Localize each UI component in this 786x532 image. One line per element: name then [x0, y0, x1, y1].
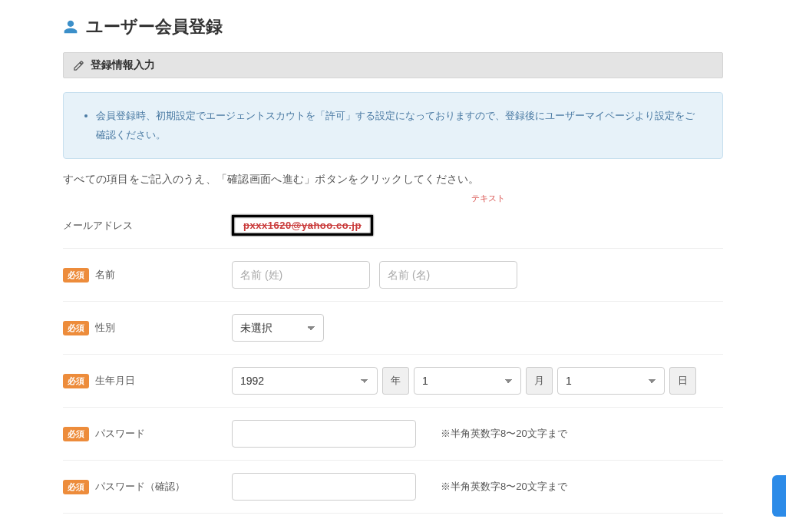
- instruction-text: すべての項目をご記入のうえ、「確認画面へ進む」ボタンをクリックしてください。: [63, 173, 723, 187]
- required-badge: 必須: [63, 268, 89, 283]
- year-unit: 年: [382, 367, 409, 395]
- label-email: メールアドレス: [63, 219, 133, 233]
- row-password-confirm: 必須 パスワード（確認） ※半角英数字8〜20文字まで: [63, 461, 723, 514]
- label-password: パスワード: [95, 427, 145, 441]
- feedback-tab[interactable]: [772, 475, 786, 517]
- row-email: メールアドレス pxxx1620@yahoo.co.jp: [63, 203, 723, 249]
- email-redacted-value: pxxx1620@yahoo.co.jp: [232, 215, 373, 236]
- label-gender: 性別: [95, 321, 115, 335]
- panel-header: 登録情報入力: [63, 52, 723, 78]
- required-badge: 必須: [63, 374, 89, 388]
- page-title: ユーザー会員登録: [86, 15, 223, 38]
- row-gender: 必須 性別 未選択: [63, 302, 723, 355]
- required-badge: 必須: [63, 427, 89, 441]
- row-birthday: 必須 生年月日 1992 年 1 月 1 日: [63, 355, 723, 408]
- info-alert: 会員登録時、初期設定でエージェントスカウトを「許可」する設定になっておりますので…: [63, 92, 723, 159]
- required-badge: 必須: [63, 480, 89, 494]
- row-password: 必須 パスワード ※半角英数字8〜20文字まで: [63, 408, 723, 461]
- row-name: 必須 名前: [63, 249, 723, 302]
- label-password-confirm: パスワード（確認）: [95, 480, 185, 494]
- label-birthday: 生年月日: [95, 374, 135, 388]
- birth-year-select[interactable]: 1992: [232, 367, 378, 395]
- panel-title: 登録情報入力: [91, 58, 155, 72]
- alert-text: 会員登録時、初期設定でエージェントスカウトを「許可」する設定になっておりますので…: [96, 107, 704, 144]
- user-icon: [63, 18, 78, 36]
- password-confirm-hint: ※半角英数字8〜20文字まで: [441, 480, 567, 494]
- required-badge: 必須: [63, 321, 89, 335]
- password-input[interactable]: [232, 420, 416, 448]
- birth-month-select[interactable]: 1: [414, 367, 521, 395]
- name-first-input[interactable]: [379, 261, 517, 289]
- name-last-input[interactable]: [232, 261, 370, 289]
- password-confirm-input[interactable]: [232, 473, 416, 501]
- page-title-row: ユーザー会員登録: [63, 15, 723, 38]
- day-unit: 日: [669, 367, 696, 395]
- label-name: 名前: [95, 268, 115, 282]
- password-hint: ※半角英数字8〜20文字まで: [441, 427, 567, 441]
- gender-select[interactable]: 未選択: [232, 314, 324, 342]
- month-unit: 月: [526, 367, 553, 395]
- birth-day-select[interactable]: 1: [557, 367, 665, 395]
- edit-icon: [73, 60, 84, 71]
